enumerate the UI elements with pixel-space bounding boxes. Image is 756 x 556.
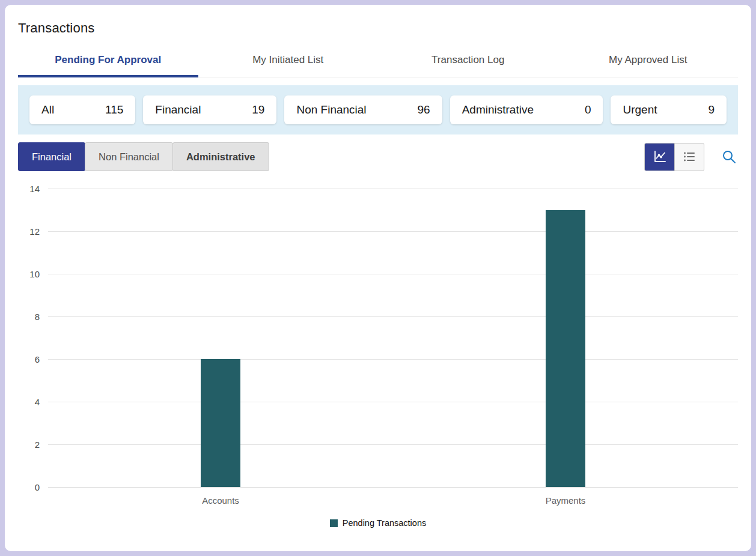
tab-my-approved-list[interactable]: My Approved List (558, 47, 739, 77)
segment-administrative[interactable]: Administrative (172, 142, 269, 171)
x-label-accounts: Accounts (202, 495, 239, 506)
line-chart-icon (653, 150, 667, 164)
search-button[interactable] (720, 148, 738, 166)
page-background: Transactions Pending For Approval My Ini… (0, 0, 756, 556)
chart-view-button[interactable] (645, 144, 674, 171)
gridline (48, 444, 738, 445)
filter-count: 9 (708, 103, 715, 116)
tab-label: Pending For Approval (55, 54, 161, 65)
filter-count: 96 (418, 103, 430, 116)
filter-summary-band: All 115 Financial 19 Non Financial 96 Ad… (18, 85, 738, 134)
gridline (48, 316, 738, 317)
y-tick-label: 10 (29, 269, 40, 279)
legend-swatch (330, 519, 338, 527)
y-tick-label: 4 (35, 397, 40, 407)
chart-toolbar: Financial Non Financial Administrative (18, 142, 738, 171)
bar-payments[interactable] (546, 210, 585, 488)
gridline (48, 487, 738, 488)
tab-label: Transaction Log (431, 54, 504, 65)
tab-pending-for-approval[interactable]: Pending For Approval (18, 47, 198, 77)
tab-label: My Approved List (609, 54, 687, 65)
y-tick-label: 8 (35, 312, 40, 322)
list-view-button[interactable] (674, 144, 704, 171)
gridline (48, 359, 738, 360)
tab-label: My Initiated List (252, 54, 323, 65)
pending-transactions-chart: 02468101214AccountsPayments Pending Tran… (18, 189, 738, 528)
filter-pill-administrative[interactable]: Administrative 0 (450, 95, 603, 124)
y-tick-label: 12 (29, 226, 40, 237)
filter-label: Administrative (462, 103, 534, 116)
tab-bar: Pending For Approval My Initiated List T… (18, 47, 738, 77)
y-tick-label: 6 (35, 354, 40, 364)
filter-count: 19 (252, 103, 264, 116)
list-icon (682, 150, 697, 164)
chart-legend: Pending Transactions (18, 518, 738, 528)
tab-my-initiated-list[interactable]: My Initiated List (198, 47, 379, 77)
filter-pill-urgent[interactable]: Urgent 9 (611, 95, 727, 124)
filter-label: Financial (155, 103, 201, 116)
segment-financial[interactable]: Financial (18, 142, 85, 171)
search-icon (721, 149, 737, 165)
y-tick-label: 14 (29, 184, 40, 194)
y-tick-label: 2 (35, 440, 40, 450)
filter-count: 115 (105, 103, 123, 116)
filter-pill-financial[interactable]: Financial 19 (143, 95, 276, 124)
tab-transaction-log[interactable]: Transaction Log (378, 47, 558, 77)
page-title: Transactions (18, 5, 738, 36)
filter-label: Urgent (623, 103, 657, 116)
legend-label: Pending Transactions (343, 518, 426, 528)
gridline (48, 402, 738, 402)
x-label-payments: Payments (546, 495, 586, 506)
gridline (48, 274, 738, 274)
gridline (48, 231, 738, 232)
view-toggle-group (644, 143, 704, 171)
transactions-card: Transactions Pending For Approval My Ini… (5, 5, 751, 551)
chart-plot-area: 02468101214AccountsPayments (48, 189, 738, 487)
y-tick-label: 0 (35, 482, 40, 492)
category-segmented-control: Financial Non Financial Administrative (18, 142, 269, 171)
gridline (48, 189, 738, 189)
filter-label: All (41, 103, 54, 116)
filter-count: 0 (585, 103, 591, 116)
bar-accounts[interactable] (201, 359, 240, 487)
filter-label: Non Financial (296, 103, 366, 116)
filter-pill-non-financial[interactable]: Non Financial 96 (284, 95, 442, 124)
toolbar-right-group (644, 143, 738, 171)
segment-non-financial[interactable]: Non Financial (85, 142, 173, 171)
filter-pill-all[interactable]: All 115 (29, 95, 135, 124)
